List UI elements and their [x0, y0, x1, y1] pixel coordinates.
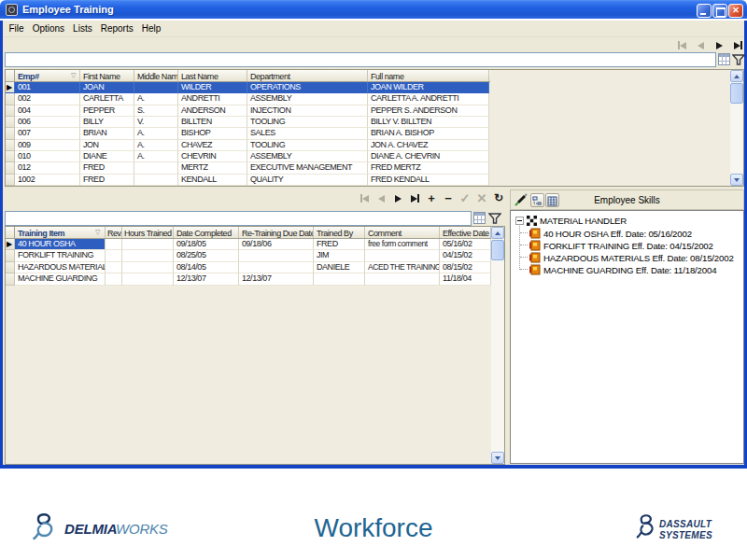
- dassault-text: DASSAULT: [659, 519, 712, 530]
- grid-lookup-icon-2[interactable]: [473, 212, 486, 224]
- col-header-rev[interactable]: Rev.: [106, 227, 122, 238]
- employee-cell: [134, 175, 178, 186]
- training-row[interactable]: ▶40 HOUR OSHA09/18/0509/18/06FREDfree fo…: [6, 239, 491, 250]
- employee-cell: V.: [134, 117, 178, 128]
- employee-filter-input[interactable]: [5, 52, 716, 67]
- skill-item-icon: [529, 228, 541, 239]
- menu-file[interactable]: File: [5, 21, 28, 35]
- scroll-thumb[interactable]: [730, 83, 743, 104]
- employee-row[interactable]: 007BRIANA.BISHOPSALESBRIAN A. BISHOP: [6, 128, 489, 139]
- employee-cell: JON A. CHAVEZ: [368, 140, 489, 151]
- col-header-full-name[interactable]: Full name: [368, 70, 489, 81]
- scroll-up-button[interactable]: [730, 70, 743, 82]
- skill-item-label[interactable]: FORKLIFT TRAINING Eff. Date: 04/15/2002: [543, 241, 713, 251]
- tree-expander[interactable]: [515, 217, 524, 225]
- employee-cell: BISHOP: [178, 128, 247, 139]
- employee-row[interactable]: 009JONA.CHAVEZTOOLINGJON A. CHAVEZ: [6, 140, 489, 151]
- menu-lists[interactable]: Lists: [69, 21, 97, 35]
- minimize-button[interactable]: [697, 4, 712, 18]
- maximize-button[interactable]: [712, 4, 727, 18]
- rec-cancel-button[interactable]: ✕: [474, 192, 489, 204]
- nav-next-button[interactable]: [712, 39, 726, 51]
- employee-row[interactable]: 002CARLETTAA.ANDRETTIASSEMBLYCARLETTA A.…: [6, 93, 489, 105]
- skills-tree: MATERIAL HANDLER 40 HOUR OSHA Eff. Date:…: [510, 210, 744, 464]
- col-header-training-item[interactable]: Training Item▽: [15, 227, 106, 238]
- training-cell: [122, 239, 174, 250]
- systemes-text: SYSTEMES: [659, 530, 712, 541]
- rec-post-button[interactable]: ✓: [458, 192, 472, 204]
- employee-row[interactable]: 012FREDMERTZEXECUTIVE MANAGEMENTFRED MER…: [6, 162, 489, 174]
- col-header-middle-name[interactable]: Middle Name: [134, 70, 178, 81]
- filter-funnel-icon-2[interactable]: [488, 212, 501, 225]
- col-header-hours[interactable]: Hours Trained: [122, 227, 174, 238]
- skill-item-label[interactable]: HAZARDOUS MATERIALS Eff. Date: 08/15/200…: [543, 253, 734, 263]
- scroll-up-button-2[interactable]: [491, 227, 504, 239]
- col-header-comment[interactable]: Comment: [365, 227, 440, 238]
- training-cell: 09/18/06: [239, 239, 314, 250]
- menu-help[interactable]: Help: [137, 21, 165, 35]
- skill-item-label[interactable]: MACHINE GUARDING Eff. Date: 11/18/2004: [543, 265, 716, 275]
- nav-first-button[interactable]: [674, 39, 689, 51]
- training-cell: HAZARDOUS MATERIALS: [15, 262, 106, 273]
- filter-funnel-icon[interactable]: [732, 53, 745, 66]
- col-header-date-completed[interactable]: Date Completed: [174, 227, 239, 238]
- menu-reports[interactable]: Reports: [96, 21, 137, 35]
- employee-row[interactable]: 004PEPPERS.ANDERSONINJECTIONPEPPER S. AN…: [6, 105, 489, 117]
- employee-row[interactable]: 006BILLYV.BILLTENTOOLINGBILLY V. BILLTEN: [6, 117, 489, 128]
- employee-row[interactable]: ▶001JOANWILDEROPERATIONSJOAN WILDER: [6, 82, 489, 93]
- training-cell: 08/15/02: [440, 262, 491, 273]
- tree-root-label[interactable]: MATERIAL HANDLER: [540, 216, 627, 226]
- col-header-first-name[interactable]: First Name: [80, 70, 134, 81]
- training-cell: JIM: [314, 250, 365, 261]
- training-row[interactable]: MACHINE GUARDING12/13/0712/13/0711/18/04: [6, 273, 491, 285]
- menu-options[interactable]: Options: [28, 21, 68, 35]
- training-row[interactable]: FORKLIFT TRAINING08/25/05JIM04/15/02: [6, 250, 491, 261]
- employee-table-scrollbar[interactable]: [730, 70, 743, 186]
- training-cell: 09/18/05: [174, 239, 239, 250]
- training-cell: [239, 250, 314, 261]
- rec-prev-button[interactable]: [374, 192, 388, 204]
- employee-row[interactable]: 1002FREDKENDALLQUALITYFRED KENDALL: [6, 175, 489, 186]
- nav-prev-button[interactable]: [693, 39, 708, 51]
- rec-refresh-button[interactable]: ↻: [491, 192, 506, 204]
- col-header-retraining[interactable]: Re-Training Due Date: [239, 227, 314, 238]
- rec-delete-button[interactable]: −: [441, 192, 456, 204]
- employee-cell: S.: [134, 105, 178, 117]
- employee-cell: JOAN: [80, 82, 134, 93]
- col-header-department[interactable]: Department: [247, 70, 368, 81]
- nav-last-button[interactable]: [730, 39, 745, 51]
- employee-row[interactable]: 010DIANEA.CHEVRINASSEMBLYDIANE A. CHEVRI…: [6, 151, 489, 162]
- rec-first-button[interactable]: [357, 192, 372, 204]
- rec-insert-button[interactable]: +: [424, 192, 439, 204]
- close-button[interactable]: [728, 4, 743, 18]
- training-cell: 05/16/02: [440, 239, 491, 250]
- window-title: Employee Training: [22, 4, 114, 15]
- scroll-down-button[interactable]: [730, 174, 743, 186]
- employee-cell: CARLETTA: [80, 93, 134, 105]
- training-cell: 12/13/07: [239, 273, 314, 285]
- skill-item-label[interactable]: 40 HOUR OSHA Eff. Date: 05/16/2002: [543, 229, 692, 239]
- grid-lookup-icon[interactable]: [718, 53, 730, 65]
- rec-last-button[interactable]: [407, 192, 422, 204]
- employee-cell: FRED: [80, 175, 134, 186]
- training-cell: FRED: [314, 239, 365, 250]
- col-header-trained-by[interactable]: Trained By: [314, 227, 365, 238]
- scroll-down-button-2[interactable]: [491, 452, 504, 464]
- col-header-emp[interactable]: Emp#▽: [15, 70, 80, 81]
- training-row[interactable]: HAZARDOUS MATERIALS08/14/05DANIELEACED T…: [6, 262, 491, 273]
- employee-cell: JON: [80, 140, 134, 151]
- training-cell: ACED THE TRAINING: [365, 262, 440, 273]
- rec-next-button[interactable]: [390, 192, 405, 204]
- col-header-effective[interactable]: Effective Date: [440, 227, 491, 238]
- scroll-thumb-2[interactable]: [491, 240, 504, 260]
- employee-cell: 010: [15, 151, 80, 162]
- col-header-last-name[interactable]: Last Name: [178, 70, 247, 81]
- training-table-scrollbar[interactable]: [491, 227, 504, 464]
- training-filter-input[interactable]: [5, 211, 472, 226]
- employee-cell: 007: [15, 128, 80, 139]
- skill-item-icon: [529, 240, 541, 251]
- employee-cell: OPERATIONS: [247, 82, 368, 93]
- employee-cell: FRED: [80, 162, 134, 174]
- training-cell: [106, 250, 122, 261]
- employee-table-header: Emp#▽ First Name Middle Name Last Name D…: [6, 70, 490, 82]
